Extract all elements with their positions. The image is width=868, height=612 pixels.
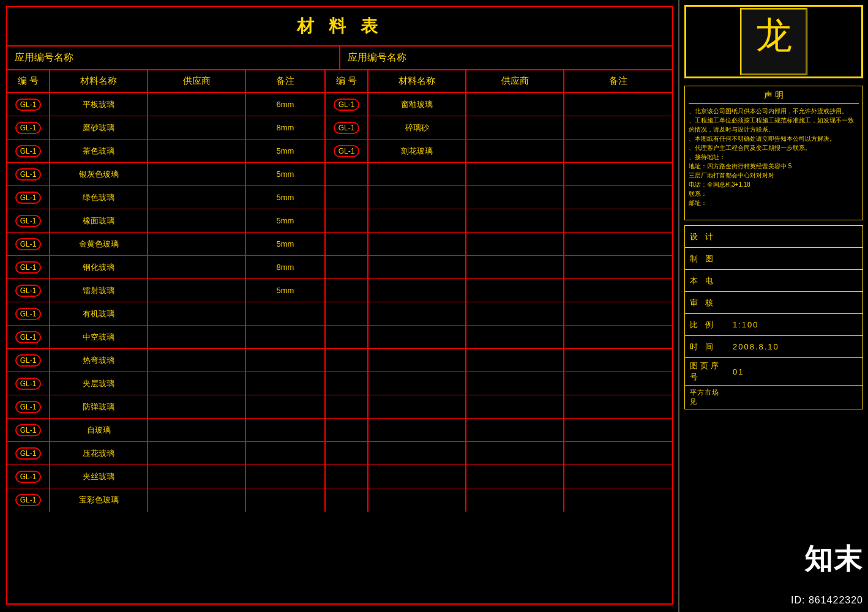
- cell-c-num: GL-1: [7, 349, 50, 371]
- checker-value: [728, 278, 862, 283]
- cell-c-num: GL-1: [7, 209, 50, 232]
- cell-c-note: 5mm: [246, 209, 326, 232]
- drawer-row: 制 图: [685, 248, 862, 270]
- scale-value: 1:100: [728, 318, 862, 332]
- cell-c-supplier: [148, 442, 246, 465]
- cell-c-note2: [564, 395, 672, 418]
- cell-c-note2: [564, 326, 672, 348]
- cell-c-note2: [564, 163, 672, 185]
- cell-c-name2: [369, 419, 466, 441]
- col-header-supplier1: 供应商: [148, 70, 246, 92]
- cell-c-num2: [326, 163, 369, 185]
- cell-c-name: 自玻璃: [50, 419, 148, 441]
- cell-c-num2: GL-1: [326, 140, 369, 162]
- cell-c-supplier2: [466, 279, 564, 302]
- column-headers: 编 号 材料名称 供应商 备注 编 号 材料名称 供应商 备注: [7, 70, 672, 93]
- cell-c-supplier2: [466, 488, 564, 512]
- cell-c-note: [246, 442, 326, 465]
- app-header-left: 应用编号名称: [7, 47, 340, 69]
- scale-label: 比 例: [685, 317, 728, 333]
- cell-c-num: GL-1: [7, 465, 50, 488]
- cell-c-note: 5mm: [246, 163, 326, 185]
- cell-c-num2: [326, 256, 369, 278]
- cell-c-num: GL-1: [7, 488, 50, 512]
- cell-c-supplier2: [466, 233, 564, 255]
- cell-c-note2: [564, 442, 672, 465]
- drawer-label: 制 图: [685, 251, 728, 267]
- cell-c-supplier: [148, 488, 246, 512]
- cell-c-name: 夹层玻璃: [50, 372, 148, 395]
- cell-c-name: 橡面玻璃: [50, 209, 148, 232]
- cell-c-num2: [326, 488, 369, 512]
- main-table-area: 材 料 表 应用编号名称 应用编号名称 编 号 材料名称 供应商 备注 编 号 …: [6, 6, 673, 605]
- cell-c-num2: [326, 302, 369, 325]
- app-header-right: 应用编号名称: [340, 47, 672, 69]
- approver-row: 审 核: [685, 292, 862, 314]
- drawer-value: [728, 256, 862, 261]
- cell-c-name2: [369, 465, 466, 488]
- drawing-num-row: 图页序号 01: [685, 358, 862, 386]
- cell-c-note: [246, 302, 326, 325]
- watermark-main: 知末: [804, 540, 863, 578]
- table-row: GL-1金黄色玻璃5mm: [7, 233, 672, 256]
- cell-c-note2: [564, 419, 672, 441]
- table-row: GL-1防弹玻璃: [7, 395, 672, 419]
- table-row: GL-1自玻璃: [7, 419, 672, 442]
- cell-c-note: [246, 465, 326, 488]
- cell-c-name: 热弯玻璃: [50, 349, 148, 371]
- cell-c-supplier: [148, 279, 246, 302]
- cell-c-note: [246, 326, 326, 348]
- sidebar: 龙 声 明 、北京该公司图纸只供本公司内部用，不允许外流或抄用。、工程施工单位必…: [678, 0, 868, 612]
- cell-c-note2: [564, 349, 672, 371]
- table-row: GL-1热弯玻璃: [7, 349, 672, 372]
- cell-c-supplier2: [466, 140, 564, 162]
- cell-c-supplier2: [466, 93, 564, 116]
- cell-c-note2: [564, 302, 672, 325]
- cell-c-note: [246, 419, 326, 441]
- table-row: GL-1银灰色玻璃5mm: [7, 163, 672, 186]
- col-header-name1: 材料名称: [50, 70, 148, 92]
- cell-c-num: GL-1: [7, 186, 50, 209]
- cell-c-name: 防弹玻璃: [50, 395, 148, 418]
- cell-c-supplier2: [466, 442, 564, 465]
- cell-c-note: 8mm: [246, 116, 326, 139]
- cell-c-note2: [564, 116, 672, 139]
- cell-c-supplier: [148, 372, 246, 395]
- cell-c-num2: [326, 349, 369, 371]
- notice-text: 、北京该公司图纸只供本公司内部用，不允许外流或抄用。、工程施工单位必须按工程施工…: [689, 106, 859, 207]
- cell-c-name2: [369, 372, 466, 395]
- cell-c-note: 5mm: [246, 140, 326, 162]
- cell-c-supplier: [148, 186, 246, 209]
- cell-c-supplier: [148, 116, 246, 139]
- cell-c-note: 5mm: [246, 279, 326, 302]
- col-header-note1: 备注: [246, 70, 326, 92]
- watermark-id: ID: 861422320: [791, 595, 863, 606]
- cell-c-name2: [369, 349, 466, 371]
- cell-c-name: 中空玻璃: [50, 326, 148, 348]
- cell-c-note2: [564, 186, 672, 209]
- cell-c-supplier2: [466, 395, 564, 418]
- cell-c-name: 镭射玻璃: [50, 279, 148, 302]
- app-header-row: 应用编号名称 应用编号名称: [7, 47, 672, 70]
- cell-c-num: GL-1: [7, 326, 50, 348]
- cell-c-num: GL-1: [7, 93, 50, 116]
- cell-c-supplier2: [466, 326, 564, 348]
- cell-c-note: 5mm: [246, 186, 326, 209]
- drawing-num-label: 图页序号: [685, 358, 728, 385]
- table-row: GL-1镭射玻璃5mm: [7, 279, 672, 302]
- table-row: GL-1磨砂玻璃8mmGL-1碎璃砂: [7, 116, 672, 140]
- cell-c-name2: [369, 163, 466, 185]
- cell-c-num2: [326, 372, 369, 395]
- cell-c-supplier2: [466, 209, 564, 232]
- svg-text:龙: 龙: [755, 15, 792, 56]
- cell-c-name2: 刻花玻璃: [369, 140, 466, 162]
- cell-c-note: 8mm: [246, 256, 326, 278]
- table-row: GL-1橡面玻璃5mm: [7, 209, 672, 233]
- cell-c-num: GL-1: [7, 372, 50, 395]
- cell-c-supplier2: [466, 163, 564, 185]
- cell-c-note2: [564, 93, 672, 116]
- col-header-supplier2: 供应商: [466, 70, 564, 92]
- designer-value: [728, 234, 862, 239]
- cell-c-supplier: [148, 465, 246, 488]
- cell-c-name2: [369, 256, 466, 278]
